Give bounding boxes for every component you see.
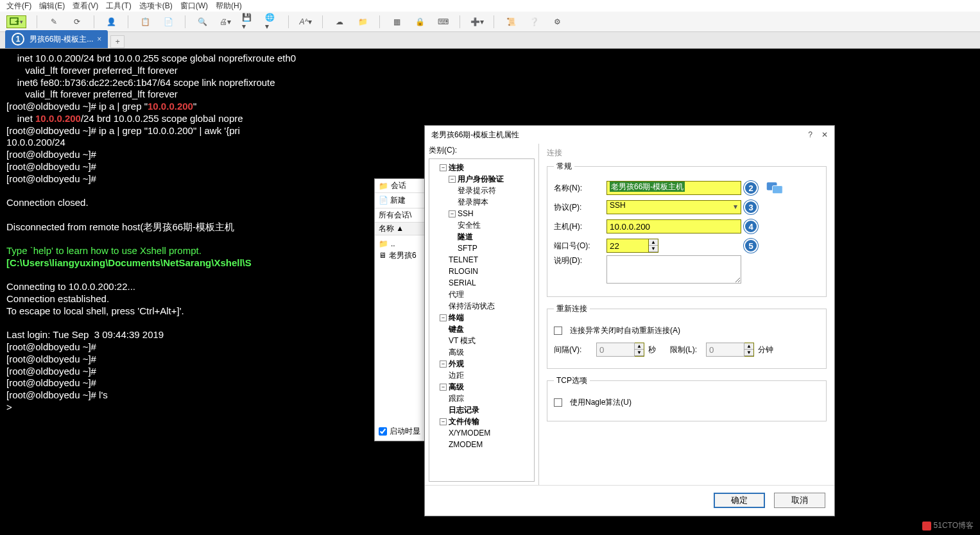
tree-auth[interactable]: 用户身份验证 xyxy=(458,174,504,183)
help-icon[interactable]: ? xyxy=(808,130,812,139)
tree-filetransfer[interactable]: 文件传输 xyxy=(449,417,479,426)
search-icon[interactable]: 🔍 xyxy=(196,15,209,28)
cancel-button[interactable]: 取消 xyxy=(774,493,825,508)
add-tab-button[interactable]: + xyxy=(110,35,125,48)
print-icon[interactable]: 🖨▾ xyxy=(219,15,232,28)
tree-ssh[interactable]: SSH xyxy=(458,209,474,218)
interval-spinner[interactable]: ▲▼ xyxy=(596,343,644,357)
annotation-badge-4: 4 xyxy=(744,219,758,234)
terminal-line: inet xyxy=(6,113,35,124)
font-icon[interactable]: Aᴬ▾ xyxy=(299,15,312,28)
toolbar-separator xyxy=(94,15,94,28)
tree-tunnel[interactable]: 隧道 xyxy=(458,231,533,242)
copy-icon[interactable]: 📋 xyxy=(139,15,151,28)
save-icon[interactable]: 💾▾ xyxy=(242,15,255,28)
annotation-badge-3: 3 xyxy=(744,200,758,214)
menu-edit[interactable]: 编辑(E) xyxy=(39,1,65,12)
tree-login-prompt[interactable]: 登录提示符 xyxy=(458,185,533,196)
tree-keyboard[interactable]: 键盘 xyxy=(449,323,533,335)
lock-icon[interactable]: 🔒 xyxy=(413,15,426,28)
spin-down-icon[interactable]: ▼ xyxy=(649,246,658,252)
ok-button[interactable]: 确定 xyxy=(714,493,765,508)
keyboard-icon[interactable]: ⌨ xyxy=(436,15,449,28)
profile-icon[interactable]: 👤 xyxy=(105,15,117,28)
terminal-highlight: 10.0.0.200 xyxy=(148,101,193,112)
tree-security[interactable]: 安全性 xyxy=(458,219,533,231)
tree-vtmode[interactable]: VT 模式 xyxy=(449,335,533,346)
wand-icon[interactable]: ✎ xyxy=(47,15,60,28)
tree-xymodem[interactable]: X/YMODEM xyxy=(449,427,533,439)
close-tab-icon[interactable]: × xyxy=(97,35,101,44)
sessions-icon: 📁 xyxy=(379,182,388,191)
menu-file[interactable]: 文件(F) xyxy=(6,1,31,12)
tree-login-script[interactable]: 登录脚本 xyxy=(458,196,533,208)
tree-advanced[interactable]: 高级 xyxy=(449,346,533,358)
tree-keepalive[interactable]: 保持活动状态 xyxy=(449,300,533,312)
port-input[interactable] xyxy=(606,239,649,253)
limit-input[interactable] xyxy=(706,343,744,357)
tree-margin[interactable]: 边距 xyxy=(449,369,533,381)
folder-icon[interactable]: 📁 xyxy=(356,15,369,28)
tree-trace[interactable]: 跟踪 xyxy=(449,393,533,404)
new-session-button[interactable]: + ▾ xyxy=(6,15,26,28)
reconnect-fieldset: 重新连接 连接异常关闭时自动重新连接(A) 间隔(V): ▲▼ 秒 限制(L): xyxy=(547,303,827,369)
terminal-line: inet 10.0.0.200/24 brd 10.0.0.255 scope … xyxy=(6,53,296,64)
name-input[interactable]: 老男孩66期-模板主机 xyxy=(606,181,741,195)
tree-sftp[interactable]: SFTP xyxy=(458,242,533,254)
desc-label: 说明(D): xyxy=(554,255,601,266)
menu-window[interactable]: 窗口(W) xyxy=(180,1,208,12)
script-icon[interactable]: 📜 xyxy=(504,15,517,28)
menu-help[interactable]: 帮助(H) xyxy=(216,1,242,12)
paste-icon[interactable]: 📄 xyxy=(162,15,175,28)
dialog-titlebar[interactable]: 老男孩66期-模板主机属性 ? ✕ xyxy=(425,126,834,144)
interval-unit: 秒 xyxy=(648,344,656,355)
tree-terminal[interactable]: 终端 xyxy=(449,313,464,322)
terminal-line: /24 brd 10.0.0.255 scope global nopre xyxy=(81,113,243,124)
host-input[interactable] xyxy=(606,219,741,234)
toolbar-separator xyxy=(494,15,494,28)
tree-connection[interactable]: 连接 xyxy=(449,163,464,172)
limit-spinner[interactable]: ▲▼ xyxy=(706,343,754,357)
spin-up-icon[interactable]: ▲ xyxy=(635,343,644,350)
interval-input[interactable] xyxy=(596,343,635,357)
spin-down-icon[interactable]: ▼ xyxy=(744,350,753,356)
port-spinner[interactable]: ▲▼ xyxy=(606,239,658,253)
tree-proxy[interactable]: 代理 xyxy=(449,289,533,300)
cloud-icon[interactable]: ☁ xyxy=(333,15,346,28)
annotation-badge-5: 5 xyxy=(744,239,758,253)
tree-zmodem[interactable]: ZMODEM xyxy=(449,439,533,450)
startup-checkbox[interactable] xyxy=(379,427,387,436)
help-icon[interactable]: ❔ xyxy=(528,15,540,28)
reconnect-icon[interactable]: ⟳ xyxy=(71,15,83,28)
toolbar-separator xyxy=(379,15,380,28)
add-icon[interactable]: ➕▾ xyxy=(470,15,483,28)
category-tree[interactable]: −连接 −用户身份验证 登录提示符 登录脚本 −SSH 安全性 xyxy=(429,158,535,482)
nagle-checkbox[interactable] xyxy=(554,398,562,407)
close-icon[interactable]: ✕ xyxy=(821,130,828,139)
spin-up-icon[interactable]: ▲ xyxy=(744,343,753,350)
menu-tabs[interactable]: 选项卡(B) xyxy=(139,1,173,12)
port-label: 端口号(O): xyxy=(554,241,601,251)
protocol-select[interactable]: SSH xyxy=(606,200,741,214)
main-toolbar: + ▾ ✎ ⟳ 👤 📋 📄 🔍 🖨▾ 💾▾ 🌐▾ Aᴬ▾ ☁ 📁 ▦ 🔒 ⌨ ➕… xyxy=(0,12,980,32)
tree-rlogin[interactable]: RLOGIN xyxy=(449,266,533,277)
auto-reconnect-checkbox[interactable] xyxy=(554,327,562,335)
globe-icon[interactable]: 🌐▾ xyxy=(265,15,278,28)
terminal-line: valid_lft forever preferred_lft forever xyxy=(6,65,178,76)
spin-up-icon[interactable]: ▲ xyxy=(649,239,658,246)
tree-advanced2[interactable]: 高级 xyxy=(449,382,464,391)
terminal-line: [root@oldboyedu ~]# xyxy=(6,161,96,172)
tile-icon[interactable]: ▦ xyxy=(390,15,403,28)
tree-appearance[interactable]: 外观 xyxy=(449,359,464,368)
gear-icon[interactable]: ⚙ xyxy=(551,15,563,28)
new-session-link[interactable]: 📄 新建 xyxy=(379,195,406,206)
menu-view[interactable]: 查看(V) xyxy=(73,1,98,12)
tree-logging[interactable]: 日志记录 xyxy=(449,404,533,416)
spin-down-icon[interactable]: ▼ xyxy=(635,350,644,356)
terminal-line: [root@oldboyedu ~]# xyxy=(6,341,96,352)
description-input[interactable] xyxy=(606,255,741,284)
menu-tools[interactable]: 工具(T) xyxy=(106,1,131,12)
session-tab[interactable]: 1 男孩66期-模板主... × xyxy=(5,30,108,48)
tree-telnet[interactable]: TELNET xyxy=(449,254,533,266)
tree-serial[interactable]: SERIAL xyxy=(449,277,533,289)
